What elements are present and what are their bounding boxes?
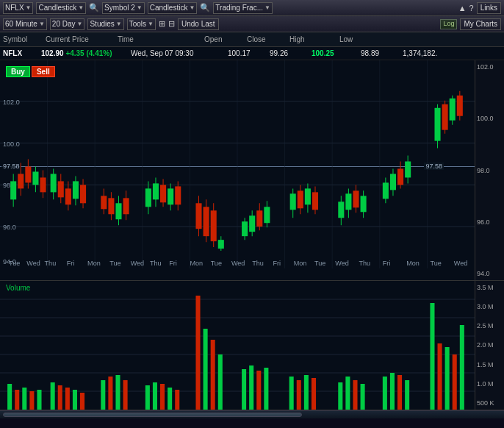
svg-rect-51 <box>160 185 166 202</box>
svg-text:102.0: 102.0 <box>3 99 20 106</box>
svg-rect-170 <box>405 380 409 410</box>
svg-rect-21 <box>18 174 24 188</box>
volume-chart-label: Volume <box>6 284 30 292</box>
svg-rect-163 <box>338 382 342 410</box>
vol-y-10m: 1.0 M <box>477 380 503 388</box>
svg-text:Mon: Mon <box>406 260 420 267</box>
svg-text:Wed: Wed <box>454 260 467 267</box>
trading-frac-selector[interactable]: Trading Frac... ▼ <box>213 2 273 14</box>
svg-rect-19 <box>10 181 16 199</box>
undo-last-label: Undo Last <box>181 20 215 28</box>
svg-rect-61 <box>211 210 217 241</box>
my-charts-button[interactable]: My Charts <box>460 18 501 30</box>
svg-rect-140 <box>73 390 77 410</box>
svg-rect-148 <box>160 384 165 410</box>
svg-rect-99 <box>442 104 448 130</box>
svg-rect-89 <box>383 182 389 199</box>
timeframe-arrow-icon: ▼ <box>39 21 45 27</box>
current-price-col-header: Current Price <box>46 35 112 43</box>
svg-rect-167 <box>383 377 387 410</box>
quote-date: Wed, Sep 07 <box>131 49 173 57</box>
svg-rect-165 <box>353 380 357 410</box>
period-selector[interactable]: 20 Day ▼ <box>50 18 85 30</box>
grid-icon[interactable]: ⊞ <box>159 19 165 29</box>
svg-rect-79 <box>312 192 318 210</box>
svg-rect-101 <box>450 99 456 121</box>
svg-rect-49 <box>153 183 159 199</box>
symbol2-arrow-icon: ▼ <box>137 4 143 11</box>
svg-rect-81 <box>338 201 344 218</box>
symbol-selector[interactable]: NFLX ▼ <box>3 2 33 14</box>
svg-rect-164 <box>345 377 350 410</box>
svg-rect-95 <box>405 162 411 178</box>
svg-rect-157 <box>256 371 261 410</box>
period-arrow-icon: ▼ <box>77 21 83 27</box>
y-axis-right: 102.0 100.0 98.0 96.0 94.0 <box>475 60 504 280</box>
quote-row: NFLX 102.90 +4.35 (4.41%) Wed, Sep 07 09… <box>0 47 504 60</box>
tools-selector[interactable]: Tools ▼ <box>127 18 156 30</box>
log-button[interactable]: Log <box>440 19 457 29</box>
svg-text:Fri: Fri <box>383 260 391 267</box>
toolbar-row1: NFLX ▼ Candlestick ▼ 🔍 Symbol 2 ▼ Candle… <box>0 0 504 16</box>
svg-rect-136 <box>37 390 41 410</box>
quote-open: 100.17 <box>228 49 261 57</box>
svg-text:100.0: 100.0 <box>3 140 20 148</box>
svg-text:96.0: 96.0 <box>3 224 16 231</box>
svg-rect-172 <box>438 343 442 410</box>
low-col-header: Low <box>339 35 376 43</box>
svg-rect-146 <box>145 385 150 410</box>
question-icon[interactable]: ? <box>469 4 474 13</box>
scrollbar-thumb[interactable] <box>3 413 302 417</box>
y-label-102: 102.0 <box>477 63 503 71</box>
svg-rect-158 <box>264 368 268 410</box>
svg-text:Wed: Wed <box>26 260 40 267</box>
log-lin-group: Log <box>440 19 457 29</box>
y-label-96: 96.0 <box>477 218 503 226</box>
symbol-label: NFLX <box>5 4 24 12</box>
vol-y-25m: 2.5 M <box>477 322 503 329</box>
buy-button[interactable]: Buy <box>6 66 30 77</box>
svg-text:Tue: Tue <box>211 260 222 267</box>
svg-rect-137 <box>51 382 55 410</box>
undo-last-button[interactable]: Undo Last <box>178 18 219 30</box>
scrollbar-area[interactable] <box>0 410 504 418</box>
buy-label: Buy <box>11 68 25 76</box>
quote-price: 102.90 <box>41 49 64 57</box>
chart-type2-selector[interactable]: Candlestick ▼ <box>148 2 198 14</box>
toolbar-row2: 60 Minute ▼ 20 Day ▼ Studies ▼ Tools ▼ ⊞… <box>0 16 504 32</box>
arrow-up-icon[interactable]: ▲ <box>458 4 467 13</box>
timeframe-label: 60 Minute <box>5 20 37 28</box>
symbol2-selector[interactable]: Symbol 2 ▼ <box>102 2 145 14</box>
svg-rect-145 <box>123 380 128 410</box>
quote-symbol: NFLX <box>3 49 32 57</box>
svg-text:Fri: Fri <box>67 260 75 267</box>
sell-button[interactable]: Sell <box>32 66 55 77</box>
svg-rect-55 <box>175 186 181 204</box>
chart-type1-selector[interactable]: Candlestick ▼ <box>36 2 86 14</box>
svg-rect-23 <box>25 166 31 182</box>
studies-arrow-icon: ▼ <box>116 21 122 27</box>
my-charts-label: My Charts <box>464 20 497 28</box>
svg-rect-149 <box>168 388 172 410</box>
trading-frac-arrow-icon: ▼ <box>264 4 270 11</box>
studies-selector[interactable]: Studies ▼ <box>87 18 123 30</box>
svg-rect-73 <box>290 193 296 210</box>
main-chart[interactable]: Buy Sell 97.58 97.58 102.63 102.0 100.0 … <box>0 60 504 281</box>
svg-rect-143 <box>108 377 112 410</box>
svg-rect-71 <box>264 207 270 223</box>
svg-rect-59 <box>204 207 209 236</box>
chart-type1-arrow-icon: ▼ <box>78 4 84 11</box>
timeframe-selector[interactable]: 60 Minute ▼ <box>3 18 47 30</box>
volume-chart: Volume <box>0 281 504 410</box>
layout-icon[interactable]: ⊟ <box>168 19 175 29</box>
svg-rect-150 <box>175 390 179 410</box>
search2-icon[interactable]: 🔍 <box>200 3 210 13</box>
svg-text:Mon: Mon <box>190 260 203 267</box>
search-icon[interactable]: 🔍 <box>89 3 99 13</box>
svg-rect-85 <box>353 190 359 207</box>
svg-rect-37 <box>80 185 86 203</box>
svg-rect-47 <box>145 188 151 207</box>
svg-rect-25 <box>32 171 38 185</box>
svg-text:Wed: Wed <box>231 260 245 267</box>
links-button[interactable]: Links <box>477 2 501 14</box>
